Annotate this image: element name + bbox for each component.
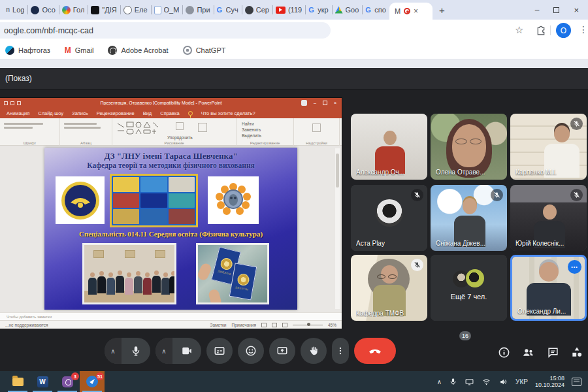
show-everyone-button[interactable] [521, 345, 535, 359]
replace-button[interactable]: Заменить [237, 127, 293, 133]
view-sorter-icon[interactable] [272, 323, 277, 327]
tab-meet-active[interactable]: М × [389, 3, 433, 20]
taskbar-viber[interactable]: 3 [55, 371, 80, 392]
more-options-button[interactable] [332, 338, 349, 364]
notification-center-icon[interactable] [572, 378, 581, 386]
extensions-icon[interactable] [536, 25, 546, 36]
meeting-details-button[interactable] [497, 345, 511, 359]
tray-mic-icon[interactable] [449, 377, 457, 386]
ppt-tab-record[interactable]: Запись [72, 110, 88, 116]
tab-oso[interactable]: Осо [27, 0, 58, 20]
tab-diya[interactable]: "ДІЯ [88, 0, 120, 20]
participant-tile[interactable]: Юрій Колеснік... [510, 185, 587, 251]
slide[interactable]: ДЗ "ЛНУ імені Тараса Шевченка" Кафедра т… [44, 148, 297, 310]
tab-pri[interactable]: При [182, 0, 213, 20]
tile-more-options-button[interactable]: ••• [568, 260, 581, 274]
ppt-close-button[interactable]: × [334, 101, 336, 105]
participant-tile-active-speaker[interactable]: ••• Олександр Ли... [510, 255, 587, 321]
raise-hand-button[interactable] [301, 338, 327, 364]
bookmark-gmail[interactable]: MGmail [65, 46, 94, 54]
minimize-button[interactable]: – [535, 5, 540, 14]
tab-ele[interactable]: Еле [120, 0, 151, 20]
tab-goo[interactable]: Goo [332, 0, 363, 20]
view-normal-icon[interactable] [261, 323, 267, 327]
taskbar-clock[interactable]: 15:0810.10.2024 [535, 375, 564, 388]
shapes-gallery[interactable] [116, 121, 163, 137]
ppt-minimize-button[interactable]: – [314, 101, 316, 105]
participant-tile[interactable]: Карпенко М.І. [510, 114, 587, 180]
ppt-user-avatar[interactable] [301, 100, 307, 106]
tab-om[interactable]: О_М [151, 0, 183, 20]
bookmark-chatgpt[interactable]: ChatGPT [183, 46, 226, 55]
ppt-maximize-button[interactable] [323, 101, 327, 105]
ppt-tab-slideshow[interactable]: Слайд-шоу [38, 110, 63, 116]
quick-access-toolbar[interactable] [4, 101, 21, 105]
browser-menu-icon[interactable]: ⋮ [579, 24, 588, 35]
chat-button[interactable] [546, 345, 560, 359]
taskbar-active-app[interactable]: 51 [80, 371, 105, 392]
ppt-tab-view[interactable]: Вид [143, 110, 152, 116]
mic-options-chevron[interactable]: ∧ [105, 338, 122, 364]
tab-youtube[interactable]: (119 [272, 0, 305, 20]
info-icon [498, 346, 510, 359]
zoom-slider[interactable] [293, 325, 323, 325]
end-call-button[interactable] [354, 338, 396, 364]
participant-tile[interactable]: Александр Оч... [351, 114, 427, 180]
mic-muted-icon [570, 118, 583, 130]
bookmark-star-icon[interactable]: ☆ [515, 24, 523, 36]
new-tab-button[interactable]: + [439, 5, 445, 16]
participant-tile[interactable]: Аста Play [351, 185, 427, 251]
ppt-scrollbar-thumb[interactable] [336, 154, 339, 188]
view-slideshow-icon[interactable] [282, 323, 287, 327]
speaker-icon[interactable] [498, 378, 508, 386]
tray-display-icon[interactable] [465, 378, 474, 386]
wifi-icon[interactable] [482, 378, 491, 386]
profile-avatar[interactable]: O [556, 23, 571, 38]
slide-title-line1: ДЗ "ЛНУ імені Тараса Шевченка" [44, 151, 297, 161]
taskbar-file-explorer[interactable] [5, 371, 30, 392]
tab-spo[interactable]: Gспо [362, 0, 389, 20]
ppt-notes-pane[interactable]: Чтобы добавить заметки [0, 312, 342, 320]
participant-tile[interactable]: Олена Отраве... [431, 114, 507, 180]
ppt-tab-review[interactable]: Рецензирование [97, 110, 135, 116]
tray-expand-icon[interactable]: ∧ [437, 378, 442, 385]
powerpoint-window[interactable]: Презентація, Отравенко [Compatibility Mo… [0, 98, 342, 329]
tab-ukr[interactable]: Gукр [305, 0, 331, 20]
participant-video [431, 255, 507, 321]
ppt-slide-canvas[interactable]: ДЗ "ЛНУ імені Тараса Шевченка" Кафедра т… [0, 146, 342, 312]
close-button[interactable]: × [574, 5, 579, 15]
camera-options-chevron[interactable]: ∧ [155, 338, 172, 364]
ribbon-group-addins: Надстройки [294, 118, 340, 146]
tab-such[interactable]: GСуч [214, 0, 242, 20]
ppt-tab-help[interactable]: Справка [160, 110, 179, 116]
ppt-scrollbar[interactable] [335, 148, 340, 309]
tab-gol[interactable]: Гол [59, 0, 88, 20]
tab-close-icon[interactable]: × [414, 7, 418, 15]
zoom-percent[interactable]: 45% [328, 323, 336, 327]
address-bar[interactable]: oogle.com/nbf-mcqc-cad [0, 22, 331, 39]
tab-favicon [154, 6, 161, 14]
language-indicator[interactable]: УКР [515, 378, 528, 385]
mic-toggle-button[interactable] [122, 345, 150, 357]
bookmark-adobe[interactable]: Adobe Acrobat [108, 46, 168, 55]
tab-log[interactable]: nLog [3, 0, 27, 20]
participant-tile[interactable]: Сніжана Діжев... [431, 185, 507, 251]
notes-toggle[interactable]: Заметки [210, 323, 227, 327]
activities-button[interactable] [570, 345, 584, 359]
select-button[interactable]: Выделить [237, 133, 293, 139]
ppt-title-bar[interactable]: Презентація, Отравенко [Compatibility Mo… [0, 98, 342, 108]
camera-toggle-button[interactable] [172, 345, 201, 357]
captions-button[interactable] [206, 338, 233, 364]
bookmark-naftogaz[interactable]: Нафтогаз [5, 46, 50, 55]
find-button[interactable]: Найти [237, 121, 293, 127]
ppt-tab-animation[interactable]: Анимация [7, 110, 29, 116]
present-button[interactable] [269, 338, 295, 364]
comments-toggle[interactable]: Примечания [231, 323, 256, 327]
participant-tile[interactable]: Кафедра ТМФВ [351, 255, 427, 321]
tab-ser[interactable]: Сер [242, 0, 272, 20]
reactions-button[interactable] [238, 338, 264, 364]
taskbar-word[interactable]: W [30, 371, 55, 392]
participant-tile-more[interactable]: Ещё 7 чел. [431, 255, 507, 321]
tell-me-box[interactable]: Что вы хотите сделать? [201, 110, 255, 116]
maximize-button[interactable] [553, 7, 559, 13]
